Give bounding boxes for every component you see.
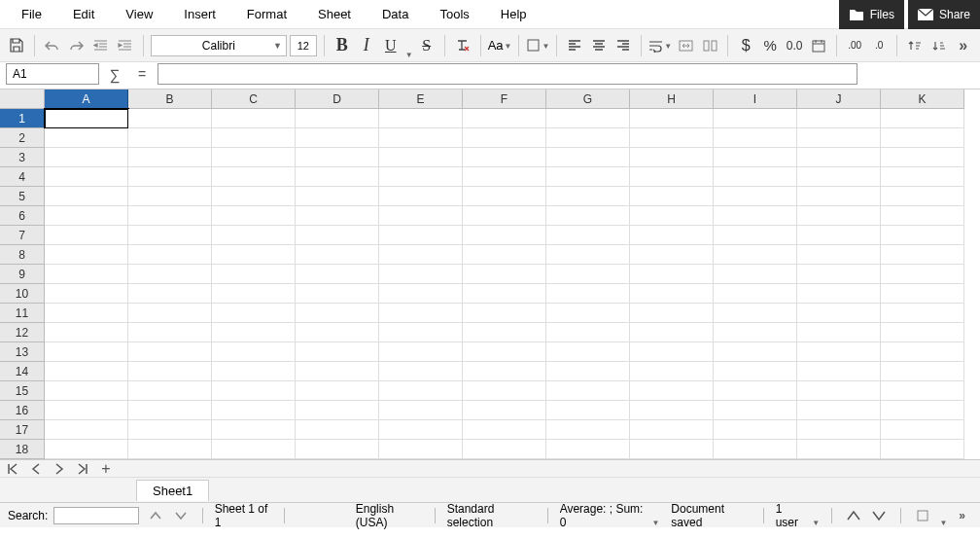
formula-input[interactable] [158,63,858,85]
cell-G18[interactable] [546,440,630,459]
cell-C5[interactable] [212,187,296,206]
bold-button[interactable]: B [332,35,353,56]
cell-C8[interactable] [212,245,296,265]
cell-F8[interactable] [463,245,546,265]
cell-F13[interactable] [463,342,546,362]
cell-B14[interactable] [128,362,212,381]
column-header-I[interactable]: I [714,90,797,109]
cell-F10[interactable] [463,284,546,304]
cell-E15[interactable] [379,381,463,401]
cell-E3[interactable] [379,148,463,167]
cell-B2[interactable] [128,128,212,148]
cell-F14[interactable] [463,362,546,381]
collapse-down-button[interactable] [869,505,889,526]
cell-K12[interactable] [881,323,964,342]
cell-C6[interactable] [212,206,296,226]
cell-F7[interactable] [463,226,546,245]
cell-J4[interactable] [797,167,881,187]
sheet-tab-1[interactable]: Sheet1 [136,480,209,501]
cell-C3[interactable] [212,148,296,167]
add-decimal-button[interactable]: .00 [844,35,865,56]
cell-A18[interactable] [45,440,128,459]
row-header-4[interactable]: 4 [0,167,45,187]
name-box[interactable]: A1 [6,63,99,85]
cell-B15[interactable] [128,381,212,401]
search-next-button[interactable] [171,505,191,526]
cell-D8[interactable] [296,245,379,265]
search-input[interactable] [53,507,139,524]
row-header-12[interactable]: 12 [0,323,45,342]
number-format-button[interactable]: 0.0 [784,35,805,56]
cell-A14[interactable] [45,362,128,381]
status-overflow-button[interactable]: » [953,509,972,522]
cell-G10[interactable] [546,284,630,304]
cell-C11[interactable] [212,304,296,323]
cell-B16[interactable] [128,401,212,420]
cell-I9[interactable] [714,265,797,284]
cell-B1[interactable] [128,109,212,128]
cell-J6[interactable] [797,206,881,226]
cell-I10[interactable] [714,284,797,304]
menu-tools[interactable]: Tools [424,0,484,28]
row-header-6[interactable]: 6 [0,206,45,226]
cell-H9[interactable] [630,265,714,284]
cell-D2[interactable] [296,128,379,148]
menu-data[interactable]: Data [367,0,424,28]
menu-view[interactable]: View [110,0,168,28]
row-header-14[interactable]: 14 [0,362,45,381]
cell-A3[interactable] [45,148,128,167]
cell-H12[interactable] [630,323,714,342]
cell-H4[interactable] [630,167,714,187]
column-header-G[interactable]: G [546,90,630,109]
cell-C16[interactable] [212,401,296,420]
cell-J8[interactable] [797,245,881,265]
menu-sheet[interactable]: Sheet [302,0,367,28]
cell-H8[interactable] [630,245,714,265]
menu-insert[interactable]: Insert [168,0,231,28]
user-count[interactable]: 1 user [776,502,806,529]
remove-decimal-button[interactable]: .0 [868,35,890,56]
cell-E16[interactable] [379,401,463,420]
currency-button[interactable]: $ [735,35,756,56]
cell-C2[interactable] [212,128,296,148]
cell-E1[interactable] [379,109,463,128]
cell-K18[interactable] [881,440,964,459]
cell-I1[interactable] [714,109,797,128]
cell-K6[interactable] [881,206,964,226]
cell-I14[interactable] [714,362,797,381]
select-all-corner[interactable] [0,90,45,109]
cell-I2[interactable] [714,128,797,148]
cell-K1[interactable] [881,109,964,128]
cell-B5[interactable] [128,187,212,206]
row-header-9[interactable]: 9 [0,265,45,284]
redo-button[interactable] [66,35,88,56]
chevron-down-icon[interactable]: ▼ [651,519,659,527]
cell-F16[interactable] [463,401,546,420]
cell-K17[interactable] [881,420,964,440]
wrap-text-button[interactable]: ▼ [648,39,672,53]
cell-G2[interactable] [546,128,630,148]
cell-F18[interactable] [463,440,546,459]
cell-K7[interactable] [881,226,964,245]
function-wizard-button[interactable]: ∑ [103,63,126,85]
cell-D4[interactable] [296,167,379,187]
cell-G7[interactable] [546,226,630,245]
cell-B17[interactable] [128,420,212,440]
add-sheet-button[interactable]: + [97,461,115,477]
font-name-select[interactable]: Calibri ▼ [151,35,287,56]
cell-J3[interactable] [797,148,881,167]
cell-A11[interactable] [45,304,128,323]
cell-H11[interactable] [630,304,714,323]
cell-J11[interactable] [797,304,881,323]
cell-K5[interactable] [881,187,964,206]
files-button[interactable]: Files [839,0,904,29]
cell-B8[interactable] [128,245,212,265]
cell-H2[interactable] [630,128,714,148]
unmerge-cells-button[interactable] [699,35,720,56]
cell-D11[interactable] [296,304,379,323]
cell-D15[interactable] [296,381,379,401]
cell-F2[interactable] [463,128,546,148]
cell-K11[interactable] [881,304,964,323]
cell-E18[interactable] [379,440,463,459]
cell-G1[interactable] [546,109,630,128]
